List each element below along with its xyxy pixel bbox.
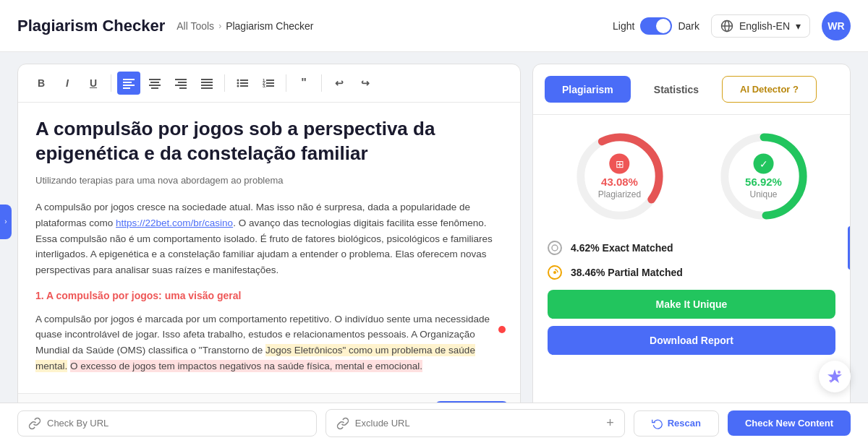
sidebar-collapse-tab[interactable]: ›	[0, 205, 12, 239]
breadcrumb-separator: ›	[218, 21, 221, 31]
dark-label: Dark	[678, 20, 699, 32]
bold-button[interactable]: B	[30, 72, 53, 95]
list-unordered-button[interactable]	[231, 72, 254, 95]
svg-rect-15	[201, 79, 213, 80]
tab-ai-detector[interactable]: AI Detector ?	[722, 76, 817, 103]
align-center-button[interactable]	[143, 72, 166, 95]
user-avatar[interactable]: WR	[822, 12, 851, 40]
svg-rect-6	[123, 87, 130, 89]
rescan-icon	[652, 418, 663, 429]
right-edge-indicator	[848, 226, 851, 270]
rescan-button[interactable]: Rescan	[634, 410, 719, 436]
check-url-group	[17, 410, 317, 436]
check-url-input[interactable]	[47, 418, 306, 429]
unique-donut-center: ✓ 56.92% Unique	[745, 154, 782, 199]
section-title-1: 1. A compulsão por jogos: uma visão gera…	[35, 288, 503, 304]
svg-rect-5	[123, 85, 135, 86]
chevron-down-icon: ▾	[796, 20, 801, 32]
unique-label: Unique	[749, 189, 777, 199]
ai-assistant-fab[interactable]	[819, 361, 851, 392]
breadcrumb: All Tools › Plagiarism Checker	[176, 20, 313, 32]
header-right: Light Dark English-EN ▾ WR	[613, 12, 851, 40]
toolbar-divider-4	[321, 74, 322, 92]
exclude-url-input[interactable]	[355, 418, 600, 429]
svg-point-19	[237, 79, 239, 82]
svg-rect-3	[123, 79, 135, 80]
paragraph-1: A compulsão por jogos cresce na sociedad…	[35, 199, 503, 278]
editor-toolbar: B I U 1.2.3. "	[18, 64, 520, 103]
unique-icon: ✓	[754, 154, 774, 174]
exact-matched-icon	[548, 241, 562, 255]
results-panel: Plagiarism Statistics AI Detector ?	[532, 64, 851, 431]
document-title: A compulsão por jogos sob a perspectiva …	[35, 117, 503, 166]
svg-rect-13	[175, 85, 187, 86]
chevron-right-icon: ›	[4, 218, 7, 225]
svg-rect-12	[178, 82, 187, 83]
check-new-content-button[interactable]: Check New Content	[728, 410, 851, 436]
language-label: English-EN	[739, 20, 790, 32]
plagiarism-indicator-dot	[498, 326, 506, 333]
exact-matched-row: 4.62% Exact Matched	[548, 241, 835, 255]
theme-toggle-track[interactable]	[640, 17, 672, 35]
language-selector[interactable]: English-EN ▾	[711, 14, 810, 38]
svg-rect-9	[149, 85, 161, 86]
svg-rect-10	[151, 87, 158, 89]
editor-content-area[interactable]: A compulsão por jogos sob a perspectiva …	[18, 103, 520, 393]
paragraph-2: A compulsão por jogos é marcada por um c…	[35, 311, 503, 374]
undo-button[interactable]: ↩	[328, 72, 351, 95]
document-subtitle: Utilizando terapias para uma nova aborda…	[35, 173, 503, 189]
link-icon	[28, 417, 41, 430]
svg-rect-22	[240, 82, 248, 84]
svg-rect-16	[201, 82, 213, 83]
svg-rect-28	[266, 82, 274, 84]
globe-icon	[720, 20, 733, 33]
underline-button[interactable]: U	[82, 72, 105, 95]
svg-rect-17	[201, 85, 213, 86]
tab-plagiarism[interactable]: Plagiarism	[545, 76, 631, 103]
breadcrumb-all-tools[interactable]: All Tools	[176, 20, 214, 32]
unique-percent: 56.92%	[745, 176, 782, 188]
align-right-button[interactable]	[169, 72, 192, 95]
svg-text:3.: 3.	[263, 84, 266, 88]
exclude-link-icon	[336, 417, 349, 430]
svg-rect-24	[240, 85, 248, 87]
editor-panel: B I U 1.2.3. "	[17, 64, 521, 431]
download-report-button[interactable]: Download Report	[548, 326, 835, 355]
make-it-unique-button[interactable]: Make It Unique	[548, 290, 835, 319]
tab-statistics[interactable]: Statistics	[637, 76, 716, 103]
toolbar-divider-1	[111, 74, 111, 92]
header-left: Plagiarism Checker All Tools › Plagiaris…	[17, 17, 314, 35]
svg-point-21	[237, 82, 239, 85]
svg-rect-20	[240, 79, 248, 81]
svg-rect-26	[266, 79, 274, 81]
svg-rect-14	[179, 87, 187, 89]
add-icon[interactable]: +	[606, 416, 614, 431]
svg-point-38	[830, 380, 832, 382]
results-body: ⊞ 43.08% Plagiarized ✓ 56.92% Unique	[533, 115, 850, 431]
header: Plagiarism Checker All Tools › Plagiaris…	[0, 0, 868, 52]
align-justify-button[interactable]	[195, 72, 218, 95]
align-left-button[interactable]	[117, 72, 140, 95]
toolbar-divider-3	[286, 74, 286, 92]
list-ordered-button[interactable]: 1.2.3.	[257, 72, 280, 95]
toolbar-divider-2	[224, 74, 225, 92]
quote-button[interactable]: "	[292, 72, 315, 95]
svg-rect-30	[266, 85, 274, 87]
exclude-url-group: +	[326, 409, 625, 437]
theme-toggle-thumb	[656, 19, 671, 33]
redo-button[interactable]: ↪	[354, 72, 377, 95]
italic-button[interactable]: I	[56, 72, 79, 95]
plagiarized-label: Plagiarized	[598, 189, 641, 199]
svg-point-36	[553, 271, 556, 274]
svg-point-35	[552, 245, 558, 251]
svg-point-23	[237, 85, 239, 87]
svg-rect-11	[175, 79, 187, 80]
light-label: Light	[613, 20, 634, 32]
svg-rect-18	[201, 87, 213, 89]
partial-matched-row: 38.46% Partial Matched	[548, 265, 835, 280]
partial-matched-text: 38.46% Partial Matched	[571, 267, 683, 278]
main-content: B I U 1.2.3. "	[0, 52, 868, 443]
app-logo: Plagiarism Checker	[17, 17, 165, 35]
unique-chart: ✓ 56.92% Unique	[717, 129, 811, 223]
results-tabs: Plagiarism Statistics AI Detector ?	[533, 64, 850, 115]
